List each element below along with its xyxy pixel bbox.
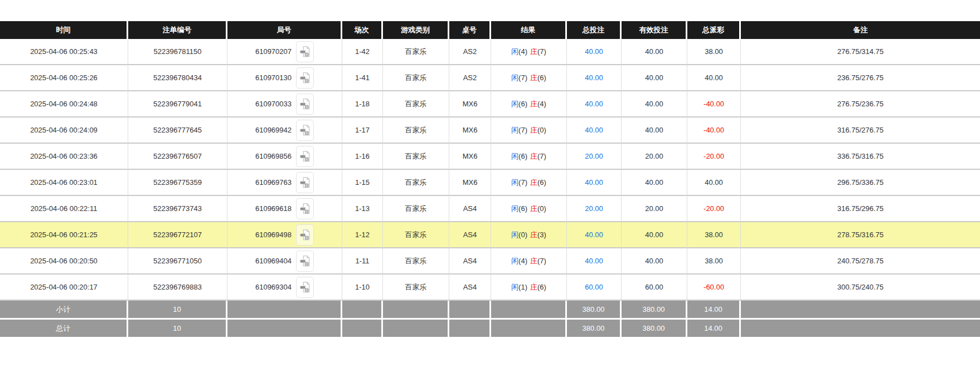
cell-total-bet: 20.00	[567, 144, 622, 170]
bet-id-value: 522396772107	[153, 231, 202, 239]
cell-game-type: 百家乐	[383, 222, 449, 248]
result-banker-score: (4)	[537, 100, 546, 108]
result-player-score: (1)	[518, 283, 527, 291]
cell-result: 闲(6)庄(7)	[491, 144, 567, 170]
result-player-label: 闲	[511, 231, 518, 239]
table-row[interactable]: 2025-04-06 00:22:11 522396773743 6109696…	[0, 196, 980, 222]
cell-round-id: 610969856	[227, 144, 342, 170]
cell-table-id: AS4	[449, 248, 491, 275]
cell-payout: -20.00	[687, 196, 741, 222]
video-replay-button[interactable]	[296, 67, 314, 89]
table-row[interactable]: 2025-04-06 00:24:48 522396779041 6109700…	[0, 91, 980, 117]
cell-session: 1-42	[342, 39, 383, 65]
bet-id-value: 522396779041	[153, 100, 202, 108]
time-value: 2025-04-06 00:24:09	[30, 126, 98, 134]
game-type-value: 百家乐	[405, 74, 427, 82]
cell-table-id: MX6	[449, 170, 491, 196]
game-type-value: 百家乐	[405, 257, 427, 265]
video-replay-button[interactable]	[296, 198, 314, 219]
table-row[interactable]: 2025-04-06 00:20:50 522396771050 6109694…	[0, 248, 980, 275]
video-replay-button[interactable]	[296, 41, 314, 62]
cell-result: 闲(1)庄(6)	[491, 275, 567, 301]
table-row[interactable]: 2025-04-06 00:24:09 522396777645 6109699…	[0, 117, 980, 144]
summary-empty-cell	[741, 301, 980, 318]
cell-remark: 296.75/336.75	[741, 170, 980, 196]
cell-round-id: 610970207	[227, 39, 342, 65]
video-icon	[300, 150, 310, 163]
video-replay-button[interactable]	[296, 172, 314, 193]
cell-total-bet: 40.00	[567, 117, 622, 144]
summary-count-cell: 10	[128, 301, 227, 318]
cell-valid-bet: 40.00	[622, 248, 687, 275]
video-replay-button[interactable]	[296, 251, 314, 272]
cell-remark: 300.75/240.75	[741, 275, 980, 301]
video-replay-button[interactable]	[296, 120, 314, 141]
time-value: 2025-04-06 00:24:48	[30, 100, 98, 108]
summary-empty-cell	[383, 301, 449, 318]
result-banker-label: 庄	[530, 178, 537, 187]
total-bet-value: 20.00	[585, 152, 603, 160]
video-replay-button[interactable]	[296, 277, 314, 298]
table-row[interactable]: 2025-04-06 00:23:01 522396775359 6109697…	[0, 170, 980, 196]
cell-payout: 38.00	[687, 248, 741, 275]
table-row[interactable]: 2025-04-06 00:23:36 522396776507 6109698…	[0, 144, 980, 170]
payout-value: 38.00	[705, 231, 723, 239]
table-row[interactable]: 2025-04-06 00:21:25 522396772107 6109694…	[0, 222, 980, 248]
table-body: 2025-04-06 00:25:43 522396781150 6109702…	[0, 39, 980, 301]
game-type-value: 百家乐	[405, 47, 427, 56]
time-value: 2025-04-06 00:23:36	[30, 152, 98, 160]
cell-round-id: 610970033	[227, 91, 342, 117]
cell-bet-id: 522396777645	[128, 117, 227, 144]
cell-valid-bet: 20.00	[622, 196, 687, 222]
summary-payout: 14.00	[704, 324, 722, 332]
summary-empty-cell	[342, 318, 383, 337]
valid-bet-value: 40.00	[645, 100, 663, 108]
table-id-value: AS2	[463, 74, 477, 82]
cell-valid-bet: 40.00	[622, 222, 687, 248]
table-row[interactable]: 2025-04-06 00:20:17 522396769883 6109693…	[0, 275, 980, 301]
result-banker-label: 庄	[530, 283, 537, 291]
bet-id-value: 522396775359	[153, 178, 202, 187]
video-replay-button[interactable]	[296, 224, 314, 246]
cell-valid-bet: 40.00	[622, 39, 687, 65]
video-replay-button[interactable]	[296, 146, 314, 167]
summary-count: 10	[173, 324, 181, 332]
total-bet-value: 40.00	[585, 231, 603, 239]
table-row[interactable]: 2025-04-06 00:25:26 522396780434 6109701…	[0, 65, 980, 91]
video-replay-button[interactable]	[296, 94, 314, 115]
cell-payout: 40.00	[687, 65, 741, 91]
valid-bet-value: 40.00	[645, 74, 663, 82]
bet-history-table: 时间 注单编号 局号 场次 游戏类别 桌号 结果 总投注 有效投注 总派彩 备注…	[0, 21, 980, 337]
result-banker-score: (0)	[537, 204, 546, 213]
game-type-value: 百家乐	[405, 283, 427, 291]
cell-payout: 38.00	[687, 222, 741, 248]
cell-total-bet: 40.00	[567, 222, 622, 248]
summary-total-bet: 380.00	[583, 324, 605, 332]
bet-id-value: 522396769883	[153, 283, 202, 291]
cell-game-type: 百家乐	[383, 91, 449, 117]
cell-remark: 276.75/314.75	[741, 39, 980, 65]
payout-value: 40.00	[705, 178, 723, 187]
cell-round-id: 610970130	[227, 65, 342, 91]
summary-label-cell: 小计	[0, 301, 128, 318]
video-icon	[300, 124, 310, 136]
round-id-value: 610969763	[255, 178, 292, 187]
bet-id-value: 522396776507	[153, 152, 202, 160]
cell-total-bet: 40.00	[567, 170, 622, 196]
summary-row: 小计 10 380.00 380.00 14.00	[0, 301, 980, 318]
table-row[interactable]: 2025-04-06 00:25:43 522396781150 6109702…	[0, 39, 980, 65]
cell-remark: 278.75/316.75	[741, 222, 980, 248]
remark-value: 296.75/336.75	[837, 178, 884, 187]
table-id-value: MX6	[463, 178, 478, 187]
col-header-time: 时间	[0, 21, 128, 39]
cell-round-id: 610969618	[227, 196, 342, 222]
cell-round-id: 610969304	[227, 275, 342, 301]
cell-round-id: 610969763	[227, 170, 342, 196]
cell-result: 闲(6)庄(4)	[491, 91, 567, 117]
session-value: 1-16	[355, 152, 370, 160]
video-icon	[300, 229, 310, 241]
remark-value: 316.75/276.75	[837, 126, 884, 134]
round-id-value: 610969304	[255, 283, 292, 291]
cell-time: 2025-04-06 00:23:01	[0, 170, 128, 196]
cell-round-id: 610969498	[227, 222, 342, 248]
